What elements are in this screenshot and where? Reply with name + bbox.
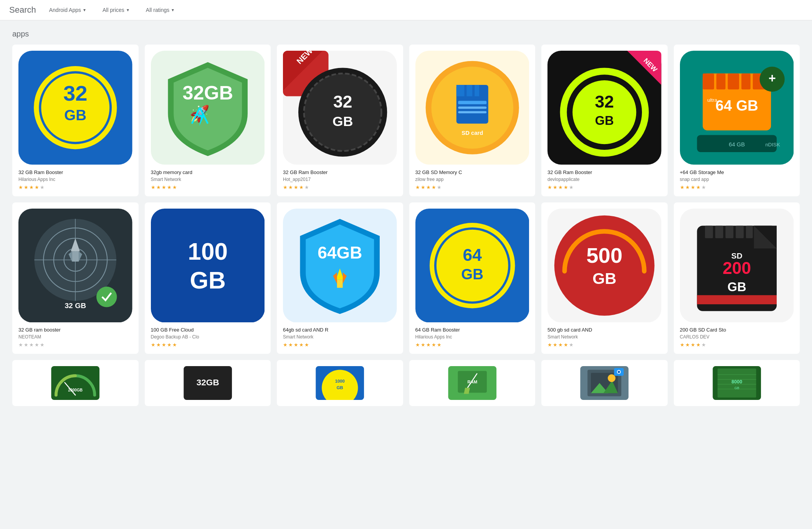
star-icon: ★ xyxy=(40,184,45,190)
app-stars-10: ★ ★ ★ ★ ★ xyxy=(415,342,442,348)
app-icon-12: SD 200 GB xyxy=(680,209,794,323)
app-name-6: +64 GB Storage Me xyxy=(680,169,794,175)
star-icon: ★ xyxy=(172,184,177,190)
star-icon: ★ xyxy=(685,342,690,348)
star-icon: ★ xyxy=(167,184,172,190)
app-card-9[interactable]: 64GB 64gb sd card AND R Smart Network ★ … xyxy=(277,202,403,354)
app-stars-9: ★ ★ ★ ★ ★ xyxy=(283,342,309,348)
ratings-label: All ratings xyxy=(146,7,169,13)
partial-card-4[interactable]: RAM xyxy=(409,360,536,406)
app-card-7[interactable]: 32 GB 32 GB ram booster NEOTEAM ★ ★ ★ ★ … xyxy=(12,202,139,354)
svg-rect-89 xyxy=(705,226,713,238)
svg-point-66 xyxy=(96,287,117,307)
app-card-5[interactable]: NEW 32 GB 32 GB Ram Booster devlopapplic… xyxy=(541,45,668,196)
star-icon: ★ xyxy=(564,184,568,190)
svg-rect-97 xyxy=(697,295,777,304)
star-icon: ★ xyxy=(421,184,425,190)
app-developer-11: Smart Network xyxy=(547,334,662,340)
app-name-7: 32 GB ram booster xyxy=(18,327,132,333)
app-card-2[interactable]: 32GB 🚀 32gb memory card Smart Network ★ … xyxy=(145,45,271,196)
svg-text:GB: GB xyxy=(595,113,614,128)
star-icon: ★ xyxy=(151,184,155,190)
partial-card-2[interactable]: 32GB xyxy=(145,360,271,406)
chevron-down-icon: ▾ xyxy=(83,7,86,13)
svg-text:GB: GB xyxy=(190,267,225,293)
app-card-3[interactable]: NEW NEW 32 GB 32 GB Ram Booster Hot_app2… xyxy=(277,45,403,196)
app-developer-5: devlopapplicate xyxy=(547,177,662,182)
svg-rect-91 xyxy=(725,226,733,238)
svg-text:ultra: ultra xyxy=(707,97,718,103)
app-developer-4: zilow free app xyxy=(415,177,529,182)
app-card-8[interactable]: 100 GB 100 GB Free Cloud Degoo Backup AB… xyxy=(145,202,271,354)
star-icon: ★ xyxy=(294,184,298,190)
star-icon: ★ xyxy=(558,342,563,348)
app-icon-1: 32 GB xyxy=(18,51,132,165)
star-icon: ★ xyxy=(701,342,706,348)
partial-card-6[interactable]: 8000 GB xyxy=(674,360,800,406)
star-icon: ★ xyxy=(40,342,45,348)
app-developer-2: Smart Network xyxy=(151,177,265,182)
svg-rect-93 xyxy=(746,226,752,238)
app-developer-6: snap card app xyxy=(680,177,794,182)
svg-rect-62 xyxy=(72,251,79,262)
svg-text:1000: 1000 xyxy=(335,379,345,383)
star-icon: ★ xyxy=(553,342,557,348)
svg-text:GB: GB xyxy=(592,269,616,287)
app-name-3: 32 GB Ram Booster xyxy=(283,169,397,175)
svg-text:32GB: 32GB xyxy=(196,378,219,387)
svg-text:64: 64 xyxy=(463,245,482,264)
svg-text:100: 100 xyxy=(188,238,228,265)
app-card-6[interactable]: 64 GB ultra + 64 GB nDISK +64 GB Storage… xyxy=(674,45,800,196)
svg-rect-42 xyxy=(703,73,714,90)
app-developer-3: Hot_app2017 xyxy=(283,177,397,182)
app-developer-12: CARLOS DEV xyxy=(680,334,794,340)
svg-rect-30 xyxy=(458,111,486,113)
app-card-10[interactable]: 64 GB 64 GB Ram Booster Hilarious Apps I… xyxy=(409,202,536,354)
category-dropdown[interactable]: Android Apps ▾ xyxy=(45,5,89,15)
app-card-11[interactable]: 500 GB 500 gb sd card AND Smart Network … xyxy=(541,202,668,354)
app-card-12[interactable]: SD 200 GB 200 GB SD Card Sto CARLOS DEV … xyxy=(674,202,800,354)
star-icon: ★ xyxy=(415,342,420,348)
star-icon: ★ xyxy=(696,184,701,190)
svg-text:GB: GB xyxy=(332,114,353,129)
svg-point-121 xyxy=(618,371,620,373)
app-card-4[interactable]: SD card 32 GB SD Memory C zilow free app… xyxy=(409,45,536,196)
svg-text:32: 32 xyxy=(333,92,352,111)
svg-text:8000: 8000 xyxy=(731,379,742,385)
svg-text:32: 32 xyxy=(63,81,88,105)
svg-text:2000GB: 2000GB xyxy=(68,388,83,392)
partial-card-5[interactable] xyxy=(541,360,668,406)
star-icon: ★ xyxy=(421,342,425,348)
app-developer-1: Hilarious Apps Inc xyxy=(18,177,132,182)
star-icon: ★ xyxy=(156,342,161,348)
app-stars-1: ★ ★ ★ ★ ★ xyxy=(18,184,45,190)
star-icon: ★ xyxy=(569,342,574,348)
star-icon: ★ xyxy=(299,184,304,190)
app-stars-12: ★ ★ ★ ★ ★ xyxy=(680,342,706,348)
svg-text:GB: GB xyxy=(727,279,746,294)
app-icon-8: 100 GB xyxy=(151,209,265,323)
app-name-1: 32 GB Ram Booster xyxy=(18,169,132,175)
svg-point-18 xyxy=(304,73,382,151)
star-icon: ★ xyxy=(691,342,695,348)
star-icon: ★ xyxy=(18,342,23,348)
apps-grid-row2: 32 GB 32 GB ram booster NEOTEAM ★ ★ ★ ★ … xyxy=(12,202,800,354)
partial-card-1[interactable]: 2000GB xyxy=(12,360,139,406)
apps-grid-row1: 32 GB 32 GB Ram Booster Hilarious Apps I… xyxy=(12,45,800,196)
app-stars-4: ★ ★ ★ ★ ★ xyxy=(415,184,442,190)
price-label: All prices xyxy=(103,7,124,13)
star-icon: ★ xyxy=(29,342,34,348)
app-icon-3: NEW NEW 32 GB xyxy=(283,51,397,165)
star-icon: ★ xyxy=(283,342,288,348)
ratings-dropdown[interactable]: All ratings ▾ xyxy=(142,5,178,15)
app-name-4: 32 GB SD Memory C xyxy=(415,169,529,175)
star-icon: ★ xyxy=(35,342,39,348)
star-icon: ★ xyxy=(304,184,309,190)
partial-card-3[interactable]: 1000 GB xyxy=(277,360,403,406)
star-icon: ★ xyxy=(426,342,431,348)
price-dropdown[interactable]: All prices ▾ xyxy=(99,5,133,15)
app-card-1[interactable]: 32 GB 32 GB Ram Booster Hilarious Apps I… xyxy=(12,45,139,196)
svg-text:32: 32 xyxy=(595,92,614,111)
app-stars-2: ★ ★ ★ ★ ★ xyxy=(151,184,177,190)
app-icon-10: 64 GB xyxy=(415,209,529,323)
